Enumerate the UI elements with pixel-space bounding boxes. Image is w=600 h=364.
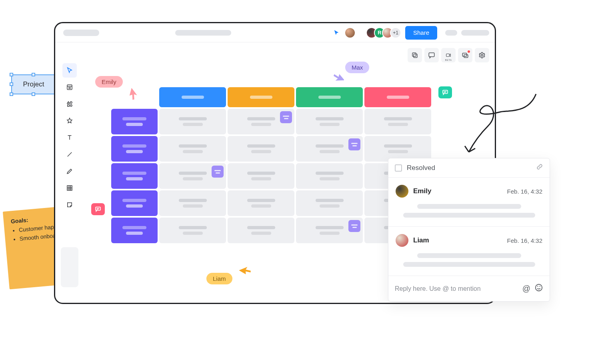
comment-item[interactable]: Liam Feb. 16, 4:32 <box>388 227 550 276</box>
comment-text-placeholder <box>417 253 521 258</box>
table-cell[interactable] <box>228 163 294 189</box>
table-cell[interactable] <box>296 109 363 134</box>
comment-icon[interactable] <box>424 48 439 62</box>
cell-sticky[interactable] <box>212 166 224 178</box>
table-cell[interactable] <box>159 218 226 243</box>
cursor-pointer-icon <box>239 262 253 275</box>
table-cell[interactable] <box>296 136 363 162</box>
line-tool-icon[interactable] <box>62 147 77 162</box>
cell-sticky[interactable] <box>280 111 292 123</box>
resize-handle[interactable] <box>10 92 13 96</box>
table-cell[interactable] <box>228 109 294 134</box>
table-cell[interactable] <box>228 218 294 243</box>
emoji-icon[interactable] <box>534 283 543 294</box>
table-cell[interactable] <box>159 163 226 189</box>
row-header[interactable] <box>111 163 158 189</box>
avatar[interactable] <box>344 27 356 38</box>
table-cell[interactable] <box>296 218 363 243</box>
row-header[interactable] <box>111 190 158 216</box>
table-cell[interactable] <box>159 136 226 162</box>
svg-point-28 <box>536 284 542 291</box>
table-tool-icon[interactable] <box>62 181 77 195</box>
beta-badge: BETA <box>445 59 452 61</box>
svg-point-11 <box>70 102 72 104</box>
video-icon[interactable]: BETA <box>441 48 456 62</box>
comment-item[interactable]: Emily Feb. 16, 4:32 <box>388 178 550 227</box>
toolbar-scroll-track[interactable] <box>61 247 78 287</box>
cell-sticky[interactable] <box>348 220 360 232</box>
doc-title-placeholder <box>175 30 231 36</box>
svg-point-13 <box>70 105 72 107</box>
selected-shape-project[interactable]: Project <box>11 74 56 94</box>
table-cell[interactable] <box>296 190 363 216</box>
cursor-tool-icon[interactable] <box>62 63 77 78</box>
share-button[interactable]: Share <box>405 26 437 40</box>
text-tool-icon[interactable] <box>62 130 77 145</box>
comment-marker[interactable] <box>91 203 105 215</box>
svg-rect-3 <box>446 54 450 57</box>
row-header[interactable] <box>111 136 158 162</box>
user-cursor-tag-max: Max <box>345 62 369 73</box>
table-cell[interactable] <box>364 109 431 134</box>
reply-input[interactable]: Reply here. Use @ to mention <box>395 285 481 292</box>
comment-panel-header: Resolved <box>388 158 550 178</box>
resolved-label: Resolved <box>407 164 435 172</box>
resize-handle[interactable] <box>10 73 13 76</box>
comment-author: Liam <box>413 236 429 244</box>
copy-icon[interactable] <box>408 48 422 62</box>
column-header[interactable] <box>296 87 363 107</box>
resize-handle[interactable] <box>32 73 35 76</box>
table-cell[interactable] <box>228 190 294 216</box>
topbar-placeholder <box>461 30 489 36</box>
sticky-tool-icon[interactable] <box>62 198 77 212</box>
comment-marker[interactable] <box>438 86 452 98</box>
chat-icon[interactable] <box>458 48 472 62</box>
svg-rect-12 <box>68 105 70 107</box>
kanban-table[interactable] <box>111 87 431 245</box>
table-cell[interactable] <box>159 190 226 216</box>
table-cell[interactable] <box>159 109 226 134</box>
column-header[interactable] <box>228 87 294 107</box>
avatar-stack[interactable]: R +1 <box>366 27 401 38</box>
cell-sticky[interactable] <box>348 138 360 150</box>
comment-text-placeholder <box>403 262 535 267</box>
svg-point-6 <box>481 54 483 56</box>
notification-dot <box>468 50 470 53</box>
link-icon[interactable] <box>536 163 543 172</box>
row-header[interactable] <box>111 109 158 134</box>
svg-rect-17 <box>67 186 72 190</box>
comment-panel: Resolved Emily Feb. 16, 4:32 Liam Feb. 1… <box>388 158 550 302</box>
breadcrumb-placeholder <box>63 30 99 36</box>
column-header[interactable] <box>159 87 226 107</box>
comment-time: Feb. 16, 4:32 <box>507 188 542 195</box>
comment-time: Feb. 16, 4:32 <box>507 237 542 244</box>
table-cell[interactable] <box>228 136 294 162</box>
table-cell[interactable] <box>296 163 363 189</box>
avatar <box>396 234 408 247</box>
pen-tool-icon[interactable] <box>62 164 77 178</box>
sticky-title: Goals: <box>10 217 28 225</box>
avatar-overflow[interactable]: +1 <box>390 27 401 38</box>
gear-icon[interactable] <box>475 48 489 62</box>
star-tool-icon[interactable] <box>62 114 77 128</box>
resize-handle[interactable] <box>32 92 35 96</box>
secondary-toolbar: BETA <box>408 48 489 62</box>
topbar-placeholder <box>445 30 457 36</box>
resize-handle[interactable] <box>10 82 13 86</box>
template-tool-icon[interactable] <box>62 80 77 94</box>
comment-text-placeholder <box>417 204 521 209</box>
top-bar: R +1 Share <box>55 23 495 42</box>
avatar <box>396 185 408 198</box>
svg-line-16 <box>68 152 72 157</box>
user-cursor-tag-emily: Emily <box>95 76 123 88</box>
svg-rect-0 <box>414 54 417 58</box>
mention-icon[interactable]: @ <box>522 284 530 293</box>
svg-rect-2 <box>429 53 434 57</box>
cursor-pointer-icon <box>330 73 344 86</box>
shapes-tool-icon[interactable] <box>62 97 77 111</box>
row-header[interactable] <box>111 218 158 243</box>
column-header[interactable] <box>364 87 431 107</box>
resolve-checkbox[interactable] <box>395 164 402 172</box>
left-toolbar <box>61 60 78 215</box>
user-cursor-tag-liam: Liam <box>206 273 232 284</box>
